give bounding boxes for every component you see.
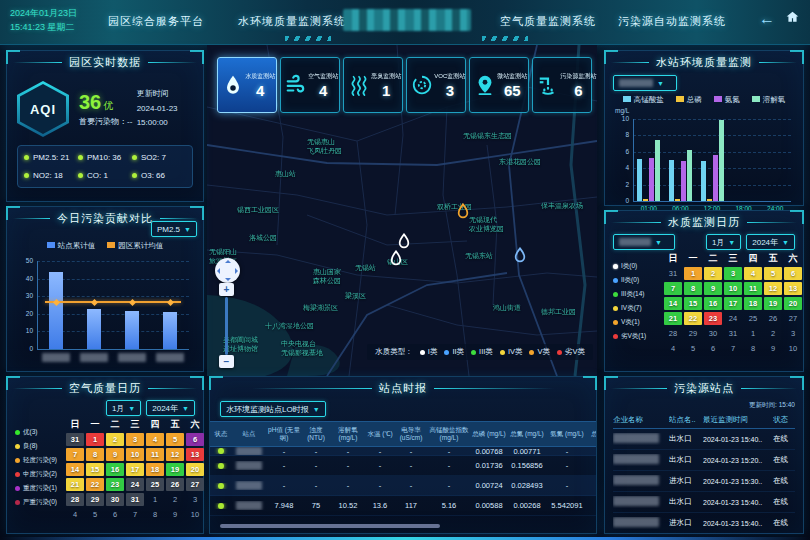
water-station-select[interactable]: ▼ bbox=[613, 234, 675, 250]
station-filter-0[interactable]: 水质监测站4 bbox=[217, 57, 277, 113]
calendar-day[interactable]: 14 bbox=[66, 463, 84, 476]
calendar-day[interactable]: 2 bbox=[106, 433, 124, 446]
calendar-day[interactable]: 5 bbox=[764, 267, 782, 280]
calendar-day[interactable]: 12 bbox=[166, 448, 184, 461]
calendar-day[interactable]: 27 bbox=[186, 478, 204, 491]
water-station-select[interactable]: ▼ bbox=[613, 75, 677, 91]
calendar-day[interactable]: 18 bbox=[146, 463, 164, 476]
water-station-marker[interactable] bbox=[388, 250, 404, 266]
nav-tab-water-system[interactable]: 水环境质量监测系统 bbox=[238, 14, 346, 29]
calendar-day[interactable]: 31 bbox=[126, 493, 144, 506]
water-station-marker[interactable] bbox=[396, 233, 412, 249]
calendar-day[interactable]: 26 bbox=[166, 478, 184, 491]
calendar-day[interactable]: 7 bbox=[664, 282, 682, 295]
calendar-day[interactable]: 8 bbox=[684, 282, 702, 295]
calendar-day[interactable]: 7 bbox=[126, 508, 144, 521]
calendar-day[interactable]: 19 bbox=[166, 463, 184, 476]
back-icon[interactable]: ← bbox=[759, 11, 775, 27]
nav-tab-air-system[interactable]: 空气质量监测系统 bbox=[500, 14, 596, 29]
calendar-day[interactable]: 8 bbox=[744, 342, 762, 355]
calendar-day[interactable]: 6 bbox=[186, 433, 204, 446]
home-icon[interactable] bbox=[785, 10, 800, 27]
hourly-report-select[interactable]: 水环境监测站点LO时报▼ bbox=[220, 401, 326, 417]
calendar-day[interactable]: 26 bbox=[764, 312, 782, 325]
calendar-day[interactable]: 9 bbox=[166, 508, 184, 521]
calendar-day[interactable]: 1 bbox=[684, 267, 702, 280]
month-select[interactable]: 1月▼ bbox=[106, 400, 141, 416]
calendar-day[interactable]: 8 bbox=[146, 508, 164, 521]
calendar-day[interactable]: 13 bbox=[784, 282, 802, 295]
calendar-day[interactable]: 1 bbox=[86, 433, 104, 446]
source-table-row[interactable]: 进水口2024-01-23 15:40..在线 bbox=[613, 513, 795, 534]
year-select[interactable]: 2024年▼ bbox=[146, 400, 195, 416]
nav-tab-pollution-system[interactable]: 污染源自动监测系统 bbox=[618, 14, 726, 29]
city-map[interactable]: 无锡惠山 飞凤牡丹园惠山站锡西工业园区洛城公园双桥工业园无锡现代 农业博览园无锡… bbox=[207, 45, 597, 376]
hourly-table-row[interactable]: ------0.007240.028493-- bbox=[210, 476, 596, 496]
calendar-day[interactable]: 10 bbox=[784, 342, 802, 355]
calendar-day[interactable]: 2 bbox=[704, 267, 722, 280]
calendar-day[interactable]: 19 bbox=[764, 297, 782, 310]
calendar-day[interactable]: 30 bbox=[106, 493, 124, 506]
voc-station-marker[interactable] bbox=[455, 203, 471, 219]
calendar-day[interactable]: 14 bbox=[664, 297, 682, 310]
calendar-day[interactable]: 25 bbox=[744, 312, 762, 325]
calendar-day[interactable]: 9 bbox=[106, 448, 124, 461]
map-pan-control[interactable] bbox=[215, 258, 240, 283]
pollutant-select[interactable]: PM2.5▼ bbox=[151, 221, 197, 237]
source-table-row[interactable]: 出水口2024-01-23 15:40..在线 bbox=[613, 492, 795, 513]
calendar-day[interactable]: 10 bbox=[724, 282, 742, 295]
calendar-day[interactable]: 20 bbox=[186, 463, 204, 476]
calendar-day[interactable]: 5 bbox=[86, 508, 104, 521]
calendar-day[interactable]: 7 bbox=[724, 342, 742, 355]
calendar-day[interactable]: 20 bbox=[784, 297, 802, 310]
calendar-day[interactable]: 13 bbox=[186, 448, 204, 461]
calendar-day[interactable]: 5 bbox=[166, 433, 184, 446]
calendar-day[interactable]: 22 bbox=[684, 312, 702, 325]
calendar-day[interactable]: 31 bbox=[724, 327, 742, 340]
calendar-day[interactable]: 16 bbox=[106, 463, 124, 476]
calendar-day[interactable]: 3 bbox=[126, 433, 144, 446]
calendar-day[interactable]: 15 bbox=[684, 297, 702, 310]
calendar-day[interactable]: 8 bbox=[86, 448, 104, 461]
map-zoom-slider[interactable] bbox=[225, 297, 228, 355]
calendar-day[interactable]: 29 bbox=[86, 493, 104, 506]
calendar-day[interactable]: 21 bbox=[664, 312, 682, 325]
calendar-day[interactable]: 31 bbox=[664, 267, 682, 280]
station-filter-2[interactable]: 恶臭监测站1 bbox=[343, 57, 403, 113]
station-filter-1[interactable]: 空气监测站4 bbox=[280, 57, 340, 113]
horizontal-scrollbar[interactable] bbox=[220, 524, 440, 528]
calendar-day[interactable]: 1 bbox=[744, 327, 762, 340]
calendar-day[interactable]: 23 bbox=[106, 478, 124, 491]
calendar-day[interactable]: 9 bbox=[764, 342, 782, 355]
calendar-day[interactable]: 27 bbox=[784, 312, 802, 325]
source-table-row[interactable]: 出水口2024-01-23 15:20..在线 bbox=[613, 450, 795, 471]
source-table-row[interactable]: 进水口2024-01-23 15:30..在线 bbox=[613, 471, 795, 492]
calendar-day[interactable]: 10 bbox=[126, 448, 144, 461]
calendar-day[interactable]: 2 bbox=[166, 493, 184, 506]
calendar-day[interactable]: 29 bbox=[684, 327, 702, 340]
calendar-day[interactable]: 3 bbox=[186, 493, 204, 506]
calendar-day[interactable]: 7 bbox=[66, 448, 84, 461]
calendar-day[interactable]: 17 bbox=[724, 297, 742, 310]
calendar-day[interactable]: 10 bbox=[186, 508, 204, 521]
hourly-table-row[interactable]: 7.9487510.5213.61175.160.005880.002685.5… bbox=[210, 496, 596, 516]
hourly-table-row[interactable]: ------0.007680.00771-- bbox=[210, 447, 596, 456]
station-filter-5[interactable]: 污染源监测站6 bbox=[532, 57, 592, 113]
calendar-day[interactable]: 11 bbox=[146, 448, 164, 461]
source-table-row[interactable]: 出水口2024-01-23 15:40..在线 bbox=[613, 429, 795, 450]
month-select[interactable]: 1月▼ bbox=[706, 234, 741, 250]
calendar-day[interactable]: 6 bbox=[106, 508, 124, 521]
calendar-day[interactable]: 9 bbox=[704, 282, 722, 295]
calendar-day[interactable]: 16 bbox=[704, 297, 722, 310]
calendar-day[interactable]: 6 bbox=[704, 342, 722, 355]
calendar-day[interactable]: 4 bbox=[664, 342, 682, 355]
calendar-day[interactable]: 5 bbox=[684, 342, 702, 355]
calendar-day[interactable]: 25 bbox=[146, 478, 164, 491]
calendar-day[interactable]: 12 bbox=[764, 282, 782, 295]
calendar-day[interactable]: 24 bbox=[724, 312, 742, 325]
map-zoom-in-button[interactable]: + bbox=[219, 283, 234, 296]
map-zoom-out-button[interactable]: − bbox=[219, 355, 234, 368]
calendar-day[interactable]: 4 bbox=[744, 267, 762, 280]
calendar-day[interactable]: 11 bbox=[744, 282, 762, 295]
calendar-day[interactable]: 18 bbox=[744, 297, 762, 310]
